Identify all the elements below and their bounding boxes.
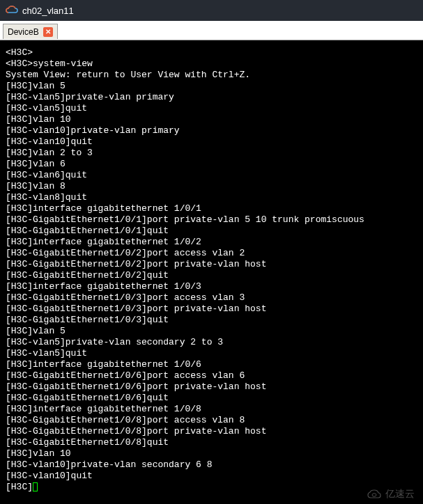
terminal-line: [H3C-GigabitEthernet1/0/1]port private-v…: [6, 214, 417, 226]
terminal-line: [H3C-GigabitEthernet1/0/3]port access vl…: [6, 292, 417, 304]
cloud-logo-icon: [367, 489, 382, 500]
terminal-line: [H3C-GigabitEthernet1/0/3]port private-v…: [6, 304, 417, 315]
terminal-line: [H3C]vlan 5: [6, 81, 417, 92]
terminal-line: [H3C-GigabitEthernet1/0/6]quit: [6, 393, 417, 404]
terminal-line: [H3C-GigabitEthernet1/0/2]quit: [6, 270, 417, 281]
terminal-line: [H3C-vlan5]private-vlan secondary 2 to 3: [6, 337, 417, 348]
cloud-icon: [6, 6, 18, 15]
titlebar: ch02_vlan11: [0, 0, 423, 21]
terminal-line: [H3C]interface gigabitethernet 1/0/3: [6, 281, 417, 292]
terminal-line: System View: return to User View with Ct…: [6, 70, 417, 81]
terminal-line: [H3C-vlan5]quit: [6, 348, 417, 359]
terminal-prompt: [H3C]: [6, 482, 33, 492]
terminal-line: [H3C-vlan5]quit: [6, 103, 417, 114]
terminal-line: [H3C]vlan 10: [6, 114, 417, 125]
window-title: ch02_vlan11: [22, 6, 74, 16]
terminal-line: [H3C]interface gigabitethernet 1/0/2: [6, 237, 417, 248]
terminal-line: [H3C]vlan 2 to 3: [6, 148, 417, 159]
terminal-line: [H3C]vlan 10: [6, 448, 417, 459]
cursor-icon: [33, 482, 38, 491]
terminal-line: [H3C]vlan 5: [6, 326, 417, 337]
terminal-line: [H3C-GigabitEthernet1/0/8]port access vl…: [6, 415, 417, 426]
terminal-line: [H3C-GigabitEthernet1/0/2]port access vl…: [6, 248, 417, 259]
terminal-line: <H3C>system-view: [6, 58, 417, 70]
terminal-line: [H3C-vlan8]quit: [6, 192, 417, 203]
watermark-text: 亿速云: [385, 488, 415, 501]
terminal-line: [H3C]interface gigabitethernet 1/0/1: [6, 203, 417, 214]
terminal-line: [H3C-vlan5]private-vlan primary: [6, 92, 417, 103]
terminal-line: [H3C-GigabitEthernet1/0/3]quit: [6, 315, 417, 326]
svg-point-0: [372, 494, 376, 496]
terminal-line: <H3C>: [6, 47, 417, 58]
terminal-line: [H3C-vlan10]private-vlan primary: [6, 125, 417, 136]
terminal-line: [H3C-vlan10]quit: [6, 136, 417, 148]
terminal-line: [H3C-GigabitEthernet1/0/2]port private-v…: [6, 259, 417, 270]
terminal-output[interactable]: <H3C><H3C>system-viewSystem View: return…: [0, 40, 423, 500]
tab-label: DeviceB: [8, 27, 39, 37]
terminal-line: [H3C-vlan10]private-vlan secondary 6 8: [6, 459, 417, 471]
terminal-line: [H3C-GigabitEthernet1/0/1]quit: [6, 226, 417, 237]
terminal-line: [H3C-GigabitEthernet1/0/8]port private-v…: [6, 426, 417, 437]
close-icon[interactable]: ✕: [43, 27, 53, 37]
terminal-line: [H3C-vlan10]quit: [6, 471, 417, 482]
terminal-line: [H3C-GigabitEthernet1/0/6]port private-v…: [6, 381, 417, 393]
terminal-line: [H3C-GigabitEthernet1/0/6]port access vl…: [6, 370, 417, 381]
terminal-line: [H3C]interface gigabitethernet 1/0/8: [6, 404, 417, 415]
terminal-line: [H3C]vlan 6: [6, 159, 417, 170]
terminal-line: [H3C]vlan 8: [6, 181, 417, 192]
watermark: 亿速云: [367, 488, 415, 501]
terminal-line: [H3C-vlan6]quit: [6, 170, 417, 181]
terminal-line: [H3C]interface gigabitethernet 1/0/6: [6, 359, 417, 370]
tab-deviceb[interactable]: DeviceB ✕: [3, 24, 58, 39]
terminal-line: [H3C-GigabitEthernet1/0/8]quit: [6, 437, 417, 448]
tabbar: DeviceB ✕: [0, 21, 423, 40]
